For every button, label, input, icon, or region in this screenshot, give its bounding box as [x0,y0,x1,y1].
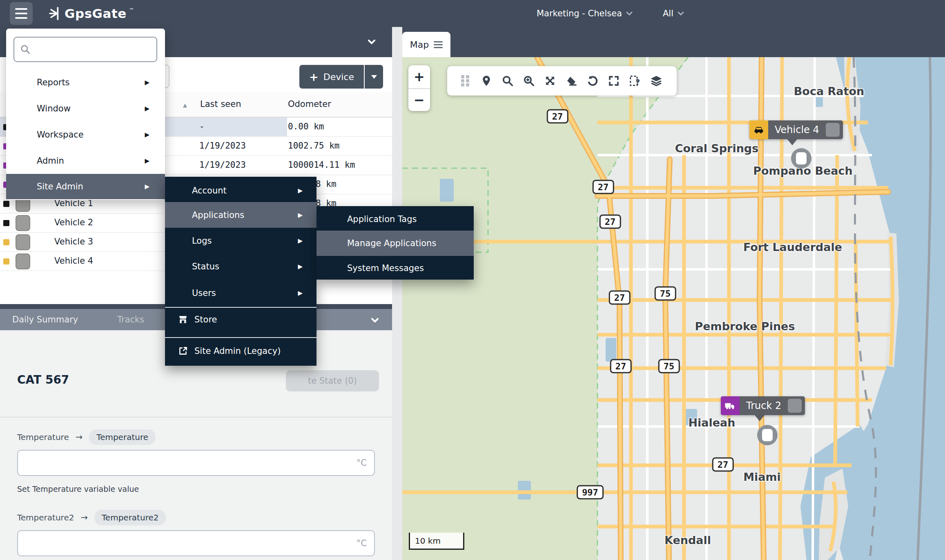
road-shield: 27 [610,359,632,373]
temperature-field-label: Temperature → Temperature [17,429,156,445]
temperature-input[interactable]: °C [17,450,375,476]
chevron-down-icon [626,11,633,16]
submenu-arrow-icon: ▶ [298,289,303,297]
tab-tracks[interactable]: Tracks [117,315,144,324]
plus-icon: + [309,71,319,82]
column-last-seen[interactable]: Last seen [200,99,241,109]
vehicle-icon [16,253,30,269]
eraser-icon[interactable] [561,72,582,90]
city-label: Hialeah [688,416,735,429]
map-tab-menu-icon [434,41,443,48]
menu-item-reports[interactable]: Reports▶ [6,71,165,94]
road-shield: 27 [609,291,631,305]
temperature2-field-label: Temperature2 → Temperature2 [17,510,166,525]
marker-pointer [787,139,798,145]
temperature2-input[interactable]: °C [17,530,375,556]
marker-vehicle-4[interactable]: Vehicle 4 [749,120,843,139]
divider [0,417,392,418]
truck-icon [721,396,740,415]
query-help-icon[interactable]: ? [624,72,646,90]
sort-asc-icon[interactable]: ▲ [183,102,187,108]
gpsgate-logo-icon [48,7,62,20]
menu-item-site-admin[interactable]: Site Admin▶ [6,174,165,199]
zoom-in-button[interactable]: + [408,65,430,88]
status-square [3,201,9,207]
map-zoom-control: + − [408,65,430,111]
store-icon [177,314,189,325]
column-odometer[interactable]: Odometer [288,99,331,109]
vehicle-icon [16,215,30,231]
city-label: Pembroke Pines [695,320,795,333]
undo-rotate-icon[interactable] [582,72,603,90]
divider [165,337,316,338]
marker-status-square [788,399,802,413]
marker-pointer [754,415,765,421]
submenu-item-status[interactable]: Status▶ [165,255,316,278]
zoom-in-area-icon[interactable] [518,72,539,90]
temperature2-tag[interactable]: Temperature2 [94,510,166,525]
tab-map[interactable]: Map [402,32,450,57]
marker-position-vehicle-4[interactable] [791,148,811,169]
unit-label: °C [357,538,367,548]
road-shield: 27 [600,215,621,229]
marker-truck-2[interactable]: Truck 2 [721,396,805,415]
expand-icon[interactable] [539,72,561,90]
submenu-arrow-icon: ▶ [298,211,303,219]
menu-item-workspace[interactable]: Workspace▶ [6,123,165,146]
temperature-help: Set Temperature variable value [17,484,139,493]
external-link-icon [177,345,189,357]
vehicle-title: CAT 567 [17,373,69,387]
submenu-arrow-icon: ▶ [145,79,149,86]
submenu-item-site-admin-legacy[interactable]: Site Admin (Legacy) [165,339,316,363]
submenu-item-logs[interactable]: Logs▶ [165,229,316,253]
search-icon [20,44,31,55]
menu-item-window[interactable]: Window▶ [6,97,165,120]
state-button-disabled[interactable]: te State (0) [286,370,379,391]
unit-label: °C [357,458,367,468]
main-menu-dropdown: Reports▶ Window▶ Workspace▶ Admin▶ Site … [6,29,165,200]
tab-daily-summary[interactable]: Daily Summary [12,315,78,324]
zoom-out-button[interactable]: − [408,88,430,111]
menu-item-admin[interactable]: Admin▶ [6,149,165,172]
car-icon [749,120,768,139]
map[interactable]: Boca Raton Coral Springs Pompano Beach F… [402,57,945,560]
submenu-arrow-icon: ▶ [298,263,303,270]
layers-icon[interactable] [646,72,667,90]
add-device-dropdown[interactable] [365,65,383,89]
add-device-button[interactable]: + Device [299,65,383,89]
submenu-item-applications[interactable]: Applications▶ [165,202,316,228]
marker-status-square [826,123,840,137]
city-label: Boca Raton [794,85,864,98]
submenu-item-manage-applications[interactable]: Manage Applications [316,231,474,256]
submenu-item-users[interactable]: Users▶ [165,281,316,305]
chevron-down-icon [678,11,684,16]
temperature-tag[interactable]: Temperature [89,429,156,445]
drag-handle-icon[interactable] [455,72,476,90]
svg-text:?: ? [635,78,640,87]
collapse-panel-icon[interactable] [368,39,374,43]
map-basemap [402,57,945,560]
top-header: GpsGate ™ Marketing - Chelsea All [0,0,945,27]
marker-position-truck-2[interactable] [757,425,778,445]
status-square [3,239,9,245]
submenu-item-application-tags[interactable]: Application Tags [316,208,474,231]
main-menu-button[interactable] [10,2,33,25]
menu-search-input[interactable] [13,37,157,62]
map-scale: 10 km [409,533,464,550]
fullscreen-icon[interactable] [603,72,624,90]
filter-selector[interactable]: All [663,0,684,27]
submenu-arrow-icon: ▶ [145,105,149,112]
search-icon[interactable] [497,72,518,90]
city-label: Coral Springs [675,142,759,155]
city-label: Fort Lauderdale [743,241,842,253]
workspace-selector[interactable]: Marketing - Chelsea [537,0,633,27]
location-pin-icon[interactable] [476,72,497,90]
submenu-item-system-messages[interactable]: System Messages [316,257,474,280]
road-shield: 75 [655,287,676,301]
submenu-item-account[interactable]: Account▶ [165,179,316,202]
road-shield: 997 [577,485,604,500]
map-panel-header [402,27,945,57]
site-admin-submenu: Account▶ Applications▶ Logs▶ Status▶ Use… [165,177,316,366]
collapse-panel-icon[interactable] [371,318,377,322]
submenu-item-store[interactable]: Store [165,308,316,331]
